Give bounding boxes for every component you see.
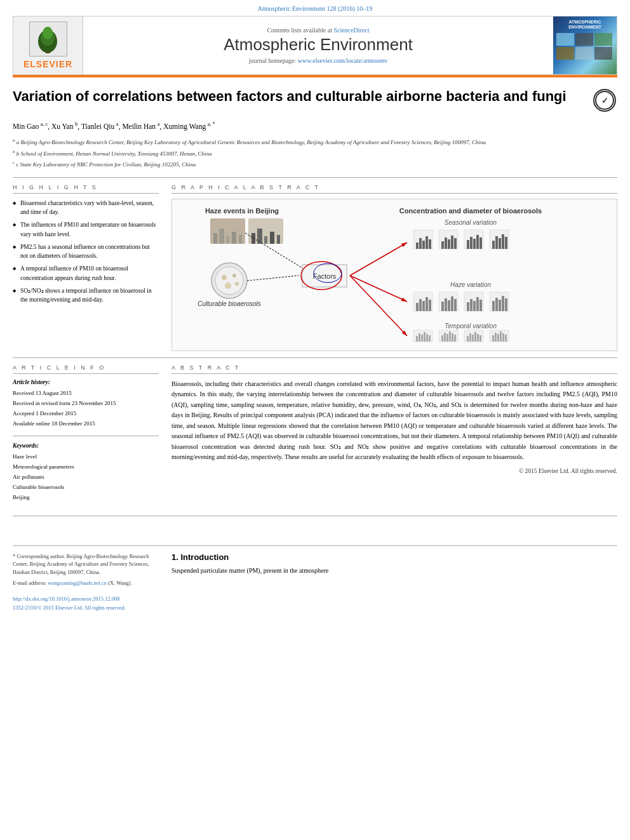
svg-rect-96 (472, 335, 474, 342)
divider-3 (13, 436, 159, 436)
keyword-3: Air pollutants (13, 472, 159, 482)
svg-rect-46 (479, 237, 482, 249)
svg-rect-91 (452, 333, 453, 342)
affil-c: c c State Key Laboratory of NBC Protecti… (13, 159, 617, 170)
journal-link[interactable]: Atmospheric Environment 128 (2016) 10–19 (258, 5, 373, 12)
sciencedirect-link[interactable]: ScienceDirect (333, 27, 369, 34)
svg-text:Temporal variation: Temporal variation (445, 323, 497, 330)
svg-rect-30 (416, 243, 419, 249)
svg-rect-82 (421, 335, 423, 342)
svg-line-112 (350, 276, 407, 302)
svg-text:Haze variation: Haze variation (450, 281, 491, 288)
intro-text: Suspended particulate matter (PM), prese… (171, 566, 617, 577)
article-info-abstract-row: A R T I C L E I N F O Article history: R… (13, 364, 617, 503)
article-title: Variation of correlations between factor… (13, 88, 582, 106)
svg-rect-48 (492, 241, 495, 249)
header-left-logo: ELSEVIER (13, 17, 83, 74)
header-right-cover: ATMOSPHERIC ENVIRONMENT (553, 17, 617, 74)
cover-img-4 (556, 47, 574, 60)
divider-4 (13, 516, 617, 516)
svg-rect-105 (502, 333, 504, 342)
highlights-col: H I G H L I G H T S Bioaerosol character… (13, 184, 159, 351)
intro-heading: 1. Introduction (171, 552, 617, 562)
corresponding-author-text: * Corresponding author. Beijing Agro-Bio… (13, 552, 159, 577)
svg-rect-32 (422, 241, 425, 249)
cover-img-2 (575, 33, 593, 46)
svg-text:Seasonal variation: Seasonal variation (445, 219, 497, 226)
svg-rect-99 (479, 335, 481, 342)
affil-a: a a Beijing Agro-Biotechnology Research … (13, 137, 617, 147)
elsevier-brand-text: ELSEVIER (23, 59, 72, 69)
svg-text:Culturable bioaerosols: Culturable bioaerosols (198, 300, 261, 307)
svg-rect-104 (500, 331, 502, 342)
svg-rect-74 (495, 298, 498, 311)
svg-rect-49 (495, 236, 498, 249)
cover-img-5 (575, 47, 593, 60)
footer-right: 1. Introduction Suspended particulate ma… (171, 552, 617, 614)
svg-rect-106 (505, 335, 507, 342)
email-link[interactable]: wangxuming@baafs.net.cn (48, 580, 107, 586)
svg-rect-92 (454, 335, 456, 342)
svg-text:✓: ✓ (601, 96, 608, 105)
issn-line: 1352-2310/© 2015 Elsevier Ltd. All right… (13, 604, 159, 612)
svg-rect-98 (477, 334, 479, 342)
svg-rect-39 (451, 236, 453, 249)
svg-rect-31 (419, 238, 422, 249)
svg-rect-59 (429, 300, 431, 311)
svg-rect-19 (277, 235, 280, 244)
homepage-url[interactable]: www.elsevier.com/locate/atmosenv (298, 57, 388, 64)
svg-rect-65 (454, 299, 457, 311)
svg-rect-34 (429, 239, 431, 249)
svg-point-23 (232, 274, 236, 277)
svg-rect-94 (467, 336, 469, 342)
svg-rect-55 (416, 303, 419, 311)
cover-image: ATMOSPHERIC ENVIRONMENT (553, 17, 617, 74)
revised-date: Received in revised form 23 November 201… (13, 398, 159, 408)
keyword-4: Culturable bioaerosols (13, 482, 159, 492)
svg-rect-80 (416, 336, 418, 342)
svg-rect-83 (424, 332, 426, 342)
svg-point-24 (225, 283, 231, 289)
svg-rect-76 (502, 296, 504, 311)
svg-line-115 (247, 276, 299, 281)
keyword-1: Haze level (13, 451, 159, 462)
paper-content: Variation of correlations between factor… (0, 77, 630, 533)
svg-rect-62 (445, 298, 447, 311)
svg-rect-102 (495, 333, 497, 342)
svg-rect-43 (470, 237, 473, 249)
svg-text:Haze events in Beijing: Haze events in Beijing (205, 207, 279, 215)
abstract-col: A B S T R A C T Bioaerosols, including t… (171, 364, 617, 503)
contents-available: Contents lists available at ScienceDirec… (267, 27, 369, 34)
svg-rect-42 (467, 240, 469, 249)
journal-header: Atmospheric Environment 128 (2016) 10–19 (0, 0, 630, 75)
article-history: Article history: Received 13 August 2015… (13, 379, 159, 429)
keyword-5: Beijing (13, 492, 159, 502)
doi-link[interactable]: http://dx.doi.org/10.1016/j.atmosenv.201… (13, 596, 120, 602)
svg-rect-50 (499, 238, 501, 249)
journal-homepage: journal homepage: www.elsevier.com/locat… (249, 57, 388, 64)
svg-rect-57 (422, 301, 425, 311)
affiliations: a a Beijing Agro-Biotechnology Research … (13, 137, 617, 170)
svg-rect-97 (474, 332, 476, 342)
highlight-item-2: The influences of PM10 and temperature o… (13, 220, 159, 239)
elsevier-tree-icon (29, 22, 67, 57)
journal-title: Atmospheric Environment (224, 35, 413, 55)
svg-rect-67 (467, 302, 469, 311)
graphical-abstract-svg: Haze events in Beijing (177, 204, 612, 344)
svg-point-3 (43, 27, 53, 39)
svg-rect-75 (499, 300, 501, 311)
svg-rect-81 (419, 333, 420, 342)
crossmark: ✓ (592, 88, 617, 113)
email-line: E-mail address: wangxuming@baafs.net.cn … (13, 579, 159, 587)
svg-line-113 (350, 276, 407, 336)
article-title-section: Variation of correlations between factor… (13, 88, 617, 113)
affil-b: b b School of Environment, Henan Normal … (13, 149, 617, 159)
svg-rect-69 (473, 301, 476, 311)
svg-rect-18 (270, 232, 274, 244)
svg-rect-95 (469, 333, 471, 342)
authors-line: Min Gao a, c, Xu Yan b, Tianlei Qiu a, M… (13, 121, 617, 132)
footer-links: http://dx.doi.org/10.1016/j.atmosenv.201… (13, 595, 159, 613)
svg-rect-70 (476, 297, 479, 311)
article-info-col: A R T I C L E I N F O Article history: R… (13, 364, 159, 503)
graphical-abstract-label: G R A P H I C A L A B S T R A C T (171, 184, 617, 194)
